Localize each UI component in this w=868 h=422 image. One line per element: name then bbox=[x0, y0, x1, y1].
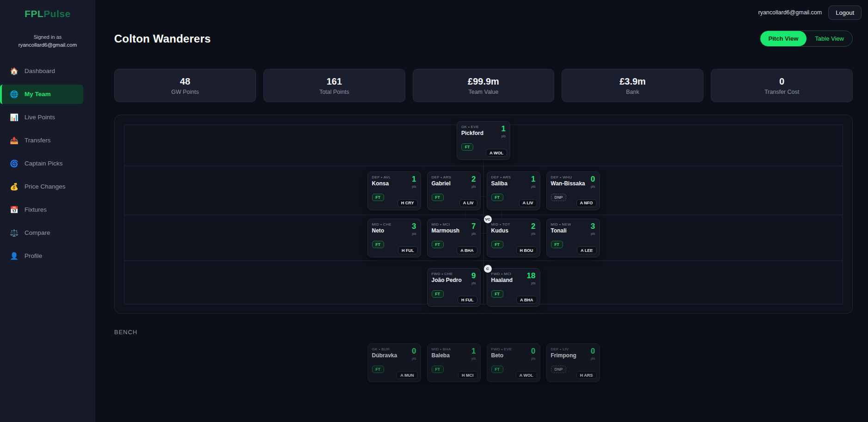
stat-card: 48 GW Points bbox=[114, 69, 256, 102]
sidebar-item-my-team[interactable]: 🌐 My Team bbox=[0, 85, 83, 104]
next-fixture-badge: H CRY bbox=[397, 199, 418, 207]
sidebar-item-fixtures[interactable]: 📅 Fixtures bbox=[0, 200, 83, 220]
player-points: 18 bbox=[527, 272, 536, 280]
match-status-badge: DNP bbox=[551, 366, 567, 373]
profile-icon: 👤 bbox=[10, 252, 18, 260]
view-toggle-table-view[interactable]: Table View bbox=[807, 31, 852, 46]
stat-label: Team Value bbox=[468, 89, 498, 95]
next-fixture-badge: H ARS bbox=[576, 371, 597, 379]
points-unit-label: pts bbox=[531, 357, 535, 360]
player-card[interactable]: MID • NEW Tonali 3 pts FT A LEE bbox=[546, 219, 600, 257]
player-points: 3 bbox=[412, 222, 416, 230]
player-card[interactable]: DEF • ARS Gabriel 2 pts FT A LIV bbox=[427, 171, 481, 210]
stat-card: 161 Total Points bbox=[263, 69, 405, 102]
player-card[interactable]: C FWD • MCI Haaland 18 pts FT A BHA bbox=[487, 268, 540, 307]
player-card[interactable]: MID • MCI Marmoush 7 pts FT A BHA bbox=[427, 219, 481, 257]
player-position-team: GK • BUR bbox=[372, 347, 397, 351]
match-status-badge: FT bbox=[432, 290, 444, 298]
sidebar-item-label: Profile bbox=[24, 252, 42, 259]
player-points: 1 bbox=[471, 347, 476, 355]
points-unit-label: pts bbox=[501, 135, 506, 138]
compare-icon: ⚖️ bbox=[10, 229, 18, 237]
signed-in-block: Signed in as ryancollard6@gmail.com bbox=[0, 33, 95, 49]
player-card[interactable]: GK • EVE Pickford 1 pts FT A WOL bbox=[457, 121, 510, 160]
points-unit-label: pts bbox=[471, 232, 476, 235]
player-position-team: MID • NEW bbox=[551, 222, 571, 226]
sidebar-item-live-points[interactable]: 📊 Live Points bbox=[0, 108, 83, 127]
sidebar-item-profile[interactable]: 👤 Profile bbox=[0, 246, 83, 266]
player-card[interactable]: DEF • WHU Wan-Bissaka 0 pts DNP A NFO bbox=[546, 171, 600, 210]
bench-section: BENCH GK • BUR Dúbravka 0 pts FT A MUN M… bbox=[114, 329, 853, 382]
player-name: João Pedro bbox=[432, 277, 462, 283]
sidebar-item-price-changes[interactable]: 💰 Price Changes bbox=[0, 177, 83, 196]
fixtures-icon: 📅 bbox=[10, 206, 18, 214]
bench-row: GK • BUR Dúbravka 0 pts FT A MUN MID • B… bbox=[114, 343, 853, 382]
topbar: ryancollard6@gmail.com Logout bbox=[95, 0, 868, 19]
player-position-team: MID • CHE bbox=[372, 222, 391, 226]
points-unit-label: pts bbox=[527, 281, 536, 285]
sidebar-user-email: ryancollard6@gmail.com bbox=[0, 41, 95, 49]
next-fixture-badge: A LIV bbox=[519, 199, 537, 207]
app-root: FPLPulse Signed in as ryancollard6@gmail… bbox=[0, 0, 868, 422]
stat-label: GW Points bbox=[171, 89, 199, 95]
next-fixture-badge: A MUN bbox=[397, 371, 417, 379]
match-status-badge: FT bbox=[372, 366, 384, 373]
pitch-panel: GK • EVE Pickford 1 pts FT A WOL DEF • A… bbox=[114, 115, 853, 314]
sidebar-item-dashboard[interactable]: 🏠 Dashboard bbox=[0, 61, 83, 81]
pitch-row: MID • CHE Neto 3 pts FT H FUL MID • MCI … bbox=[115, 215, 852, 261]
captain-picks-icon: 🌀 bbox=[10, 159, 18, 168]
player-points: 0 bbox=[412, 347, 416, 355]
match-status-badge: FT bbox=[551, 241, 563, 248]
match-status-badge: FT bbox=[372, 241, 384, 248]
player-position-team: DEF • WHU bbox=[551, 175, 585, 179]
logo-part-pulse: Pulse bbox=[43, 8, 71, 19]
player-card[interactable]: GK • BUR Dúbravka 0 pts FT A MUN bbox=[367, 343, 421, 382]
sidebar-item-label: Transfers bbox=[24, 137, 51, 144]
sidebar-item-compare[interactable]: ⚖️ Compare bbox=[0, 223, 83, 243]
player-position-team: MID • BHA bbox=[432, 347, 451, 351]
player-card[interactable]: DEF • AVL Konsa 1 pts FT H CRY bbox=[367, 171, 421, 210]
stats-row: 48 GW Points 161 Total Points £99.9m Tea… bbox=[114, 69, 853, 102]
stat-label: Total Points bbox=[319, 89, 349, 95]
pitch-rows: GK • EVE Pickford 1 pts FT A WOL DEF • A… bbox=[115, 115, 852, 313]
match-status-badge: FT bbox=[491, 241, 503, 248]
player-points: 7 bbox=[471, 222, 476, 230]
player-card[interactable]: MID • CHE Neto 3 pts FT H FUL bbox=[367, 219, 421, 257]
player-card[interactable]: MID • BHA Baleba 1 pts FT H MCI bbox=[427, 343, 481, 382]
next-fixture-badge: H BOU bbox=[516, 246, 537, 254]
player-name: Kudus bbox=[491, 227, 510, 234]
player-position-team: FWD • EVE bbox=[491, 347, 512, 351]
player-card[interactable]: FWD • CHE João Pedro 9 pts FT H FUL bbox=[427, 268, 481, 307]
next-fixture-badge: A WOL bbox=[486, 149, 507, 157]
bench-label: BENCH bbox=[114, 329, 853, 336]
sidebar-item-captain-picks[interactable]: 🌀 Captain Picks bbox=[0, 154, 83, 173]
match-status-badge: FT bbox=[461, 143, 473, 151]
sidebar-item-label: Dashboard bbox=[24, 67, 55, 74]
sidebar-item-label: Live Points bbox=[24, 114, 55, 121]
player-card[interactable]: FWD • EVE Beto 0 pts FT A WOL bbox=[487, 343, 540, 382]
match-status-badge: FT bbox=[432, 241, 444, 248]
my-team-icon: 🌐 bbox=[10, 90, 18, 98]
stat-card: £3.9m Bank bbox=[562, 69, 703, 102]
points-unit-label: pts bbox=[471, 185, 476, 188]
stat-value: 48 bbox=[180, 76, 190, 87]
player-points: 9 bbox=[471, 272, 476, 280]
view-toggle-pitch-view[interactable]: Pitch View bbox=[760, 31, 807, 46]
stat-value: 0 bbox=[779, 76, 784, 87]
sidebar-item-label: Fixtures bbox=[24, 206, 47, 213]
player-card[interactable]: DEF • ARS Saliba 1 pts FT A LIV bbox=[487, 171, 540, 210]
player-position-team: DEF • ARS bbox=[491, 175, 511, 179]
player-position-team: FWD • CHE bbox=[432, 272, 462, 276]
pitch-row: FWD • CHE João Pedro 9 pts FT H FUL C FW… bbox=[115, 261, 852, 314]
player-points: 0 bbox=[531, 347, 535, 355]
next-fixture-badge: H MCI bbox=[458, 371, 477, 379]
captain-badge: VC bbox=[484, 215, 492, 223]
sidebar-item-transfers[interactable]: 📤 Transfers bbox=[0, 131, 83, 150]
player-card[interactable]: VC MID • TOT Kudus 2 pts FT H BOU bbox=[487, 219, 540, 257]
player-card[interactable]: DEF • LIV Frimpong 0 pts DNP H ARS bbox=[546, 343, 600, 382]
points-unit-label: pts bbox=[471, 357, 476, 360]
logout-button[interactable]: Logout bbox=[828, 6, 862, 20]
player-name: Haaland bbox=[491, 277, 513, 283]
sidebar-item-label: Captain Picks bbox=[24, 160, 63, 167]
match-status-badge: FT bbox=[432, 366, 444, 373]
